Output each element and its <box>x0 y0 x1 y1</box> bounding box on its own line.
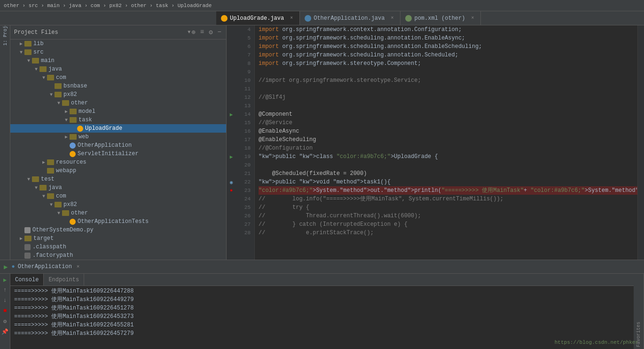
tab-upload-grade[interactable]: UploadGrade.java × <box>216 11 300 25</box>
code-line-20[interactable] <box>259 161 637 169</box>
tab-other-application-close[interactable]: × <box>389 15 395 22</box>
tree-item-px82[interactable]: ▼px82 <box>10 90 226 99</box>
code-line-23[interactable]: "color:#a9b7c6;">System."method">out."me… <box>259 186 637 195</box>
tree-item-com2[interactable]: ▼com <box>10 192 226 200</box>
tree-item-main[interactable]: ▼main <box>10 56 226 65</box>
gutter-17 <box>227 135 236 144</box>
code-line-4[interactable]: import org.springframework.context.annot… <box>259 25 637 34</box>
tree-arrow: ▶ <box>63 109 70 114</box>
console-up-button[interactable]: ↑ <box>1 286 9 294</box>
gutter-10 <box>227 76 236 85</box>
tree-item-OtherApplication[interactable]: OtherApplication <box>10 141 226 150</box>
gutter-8 <box>227 59 236 68</box>
console-down-button[interactable]: ↓ <box>1 296 9 305</box>
tree-item-UploadGrade[interactable]: UploadGrade <box>10 124 226 133</box>
code-line-28[interactable]: // e.printStackTrace(); <box>259 229 637 237</box>
console-stop-button[interactable]: ■ <box>1 307 9 315</box>
code-line-27[interactable]: // } catch (InterruptedException e) { <box>259 220 637 229</box>
debug-gutter-icon[interactable]: ◉ <box>230 179 233 185</box>
tree-item-label: bsnbase <box>63 83 87 89</box>
tree-arrow: ▼ <box>18 50 24 55</box>
class-icon <box>70 219 76 225</box>
code-line-12[interactable]: //@Slf4j <box>259 93 637 102</box>
tree-item-java2[interactable]: ▼java <box>10 183 226 192</box>
code-line-10[interactable]: //import org.springframework.stereotype.… <box>259 76 637 85</box>
code-line-8[interactable]: import org.springframework.stereotype.Co… <box>259 59 637 68</box>
tree-item-task[interactable]: ▼task <box>10 116 226 124</box>
tree-item-OtherApplicationTests[interactable]: OtherApplicationTests <box>10 217 226 226</box>
folder-icon <box>55 83 62 89</box>
code-line-18[interactable]: //@Configuration <box>259 144 637 152</box>
tree-item-java[interactable]: ▼java <box>10 65 226 73</box>
minimize-button[interactable]: − <box>217 27 222 37</box>
code-line-21[interactable]: @Scheduled(fixedRate = 2000) <box>259 169 637 178</box>
tab-console[interactable]: Console <box>10 274 44 286</box>
gutter-20 <box>227 161 236 169</box>
code-content[interactable]: import org.springframework.context.annot… <box>255 25 637 260</box>
code-line-24[interactable]: // log.info("=====>>>>>使用MainTask", Syst… <box>259 195 637 203</box>
tree-item-factorypath[interactable]: .factorypath <box>10 251 226 260</box>
tree-item-ServletInitializer[interactable]: ServletInitializer <box>10 150 226 158</box>
tree-item-com[interactable]: ▼com <box>10 73 226 82</box>
breakpoint-icon[interactable]: ● <box>230 188 233 193</box>
code-line-14[interactable]: @Component <box>259 110 637 119</box>
code-line-19[interactable]: "kw">public "kw">class "color:#a9b7c6;">… <box>259 152 637 161</box>
console-pin-button[interactable]: 📌 <box>1 327 9 336</box>
line-number-14: 14 <box>236 110 251 119</box>
folder-icon <box>47 168 54 174</box>
code-line-13[interactable] <box>259 102 637 110</box>
tree-item-target[interactable]: ▶target <box>10 234 226 243</box>
tab-other-application[interactable]: OtherApplication.java × <box>300 11 401 25</box>
folder-icon <box>47 159 54 165</box>
code-line-11[interactable] <box>259 85 637 93</box>
line-number-6: 6 <box>236 42 251 51</box>
run-icon[interactable]: ▶ <box>4 263 8 271</box>
file-icon <box>24 244 31 250</box>
folder-icon <box>47 193 54 199</box>
line-number-21: 21 <box>236 169 251 178</box>
project-tab[interactable]: 1: Project <box>1 27 9 36</box>
tree-item-web[interactable]: ▶web <box>10 133 226 141</box>
collapse-button[interactable]: ≡ <box>199 27 205 37</box>
console-settings-button[interactable]: ⚙ <box>1 317 9 325</box>
tree-item-webapp[interactable]: webapp <box>10 167 226 175</box>
locate-file-button[interactable]: ⊕ <box>190 27 196 37</box>
code-line-6[interactable]: import org.springframework.scheduling.an… <box>259 42 637 51</box>
settings-button[interactable]: ⚙ <box>208 27 213 37</box>
console-restart-button[interactable]: ▶ <box>1 276 9 284</box>
tree-arrow: ▼ <box>55 101 62 106</box>
gutter-28 <box>227 229 236 237</box>
tab-endpoints[interactable]: Endpoints <box>44 274 84 286</box>
tree-item-OtherSystemDemo[interactable]: OtherSystemDemo.py <box>10 226 226 234</box>
folder-icon <box>32 176 39 182</box>
tree-item-label: lib <box>33 40 44 47</box>
code-line-26[interactable]: // Thread.currentThread().wait(6000); <box>259 212 637 220</box>
tab-pom-xml-label: pom.xml (other) <box>414 15 465 22</box>
code-line-22[interactable]: "kw">public "kw">void "method">task1(){ <box>259 178 637 186</box>
tree-item-other[interactable]: ▼other <box>10 99 226 107</box>
tab-pom-xml-close[interactable]: × <box>469 15 476 22</box>
tree-item-model[interactable]: ▶model <box>10 107 226 116</box>
tree-item-lib[interactable]: ▶lib <box>10 40 226 48</box>
code-line-15[interactable]: //@Service <box>259 119 637 127</box>
tree-item-classpath[interactable]: .classpath <box>10 243 226 251</box>
tree-item-bsnbase[interactable]: bsnbase <box>10 82 226 90</box>
code-line-9[interactable] <box>259 68 637 76</box>
tab-upload-grade-close[interactable]: × <box>288 15 295 22</box>
code-line-25[interactable]: // try { <box>259 203 637 212</box>
code-line-5[interactable]: import org.springframework.scheduling.an… <box>259 34 637 42</box>
code-line-16[interactable]: @EnableAsync <box>259 127 637 135</box>
code-line-17[interactable]: @EnableScheduling <box>259 135 637 144</box>
tab-pom-xml[interactable]: pom.xml (other) × <box>401 11 481 25</box>
run-gutter-icon[interactable]: ▶ <box>230 154 233 160</box>
tree-item-px82-2[interactable]: ▼px82 <box>10 200 226 209</box>
tree-item-other2[interactable]: ▼other <box>10 209 226 217</box>
tree-item-resources[interactable]: ▶resources <box>10 158 226 167</box>
code-line-7[interactable]: import org.springframework.scheduling.an… <box>259 51 637 59</box>
code-area: ▶▶◉● 45678910111213141516171819202122232… <box>227 25 644 260</box>
line-number-7: 7 <box>236 51 251 59</box>
run-close-button[interactable]: × <box>77 264 80 270</box>
tree-item-src[interactable]: ▼src <box>10 48 226 56</box>
run-gutter-icon[interactable]: ▶ <box>230 111 233 118</box>
tree-item-test[interactable]: ▼test <box>10 175 226 183</box>
